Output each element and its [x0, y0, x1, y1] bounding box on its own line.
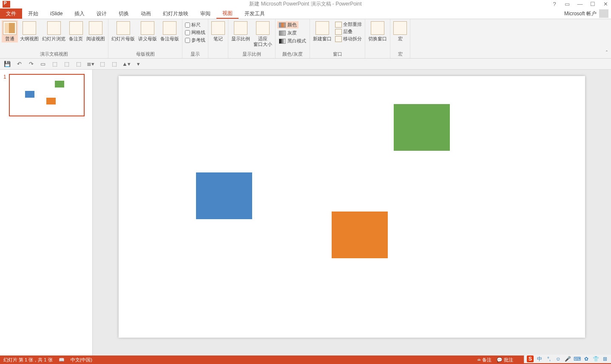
- color-swatch-icon: [279, 23, 286, 28]
- view-sorter-button[interactable]: 幻灯片浏览: [41, 20, 67, 42]
- tab-transition[interactable]: 切换: [113, 8, 135, 19]
- sorter-view-icon: [47, 21, 61, 35]
- slide-master-button[interactable]: 幻灯片母版: [110, 20, 136, 42]
- view-outline-button[interactable]: 大纲视图: [19, 20, 40, 42]
- tab-insert[interactable]: 插入: [68, 8, 91, 19]
- account-area[interactable]: Microsoft 帐户: [564, 9, 608, 18]
- move-split-button[interactable]: 移动拆分: [334, 36, 363, 42]
- view-reading-button[interactable]: 阅读视图: [85, 20, 106, 42]
- save-icon[interactable]: 💾: [3, 60, 11, 68]
- ime-keyboard-icon[interactable]: ⌨: [574, 356, 580, 362]
- switch-window-button[interactable]: 切换窗口: [367, 20, 388, 42]
- qat-icon-7[interactable]: ⬚: [75, 60, 82, 68]
- notes-icon: [211, 21, 225, 35]
- group-label: [367, 51, 388, 57]
- slide-counter[interactable]: 幻灯片 第 1 张，共 1 张: [3, 357, 53, 363]
- guides-checkbox[interactable]: 参考线: [184, 37, 206, 44]
- macros-icon: [393, 21, 407, 35]
- zoom-button[interactable]: 显示比例: [230, 20, 251, 42]
- qat-icon-6[interactable]: ⬚: [63, 60, 71, 68]
- group-label: 窗口: [312, 50, 363, 57]
- undo-icon[interactable]: ↶: [15, 60, 23, 68]
- group-zoom: 显示比例 适应窗口大小 显示比例: [228, 19, 276, 58]
- ime-punct-icon[interactable]: °,: [546, 356, 552, 362]
- notes-master-button[interactable]: 备注母版: [159, 20, 180, 42]
- ime-toolbox-icon[interactable]: ⊞: [602, 356, 608, 362]
- help-icon[interactable]: ?: [551, 1, 558, 7]
- slide-thumbnail[interactable]: [9, 74, 85, 116]
- ruler-checkbox[interactable]: 标尺: [184, 21, 202, 28]
- account-label: Microsoft 帐户: [564, 10, 597, 17]
- qat-icon-5[interactable]: ⬚: [51, 60, 59, 68]
- grayscale-label: 灰度: [287, 30, 297, 36]
- qat-customize-icon[interactable]: ▾: [134, 60, 142, 68]
- qat-icon-11[interactable]: ▲▾: [122, 60, 130, 68]
- fit-label-2: 窗口大小: [253, 42, 272, 47]
- ime-settings-icon[interactable]: ✿: [583, 356, 590, 362]
- gridlines-check-input[interactable]: [185, 30, 190, 35]
- thumb-shape-blue: [25, 91, 34, 98]
- spell-check-icon[interactable]: 📖: [59, 357, 65, 363]
- tab-design[interactable]: 设计: [91, 8, 113, 19]
- slide-thumbnail-panel[interactable]: 1: [0, 70, 93, 356]
- view-normal-button[interactable]: 普通: [2, 20, 18, 42]
- outline-view-icon: [23, 21, 36, 35]
- grayscale-mode-button[interactable]: 灰度: [277, 29, 298, 37]
- tab-home[interactable]: 开始: [22, 8, 44, 19]
- thumbnail-item[interactable]: 1: [3, 74, 89, 116]
- tab-file[interactable]: 文件: [0, 8, 22, 19]
- tab-review[interactable]: 审阅: [194, 8, 216, 19]
- shape-green-rectangle[interactable]: [394, 104, 450, 151]
- view-notespage-button[interactable]: 备注页: [68, 20, 84, 42]
- fit-window-button[interactable]: 适应窗口大小: [252, 20, 273, 48]
- group-label: 母版视图: [110, 50, 180, 57]
- ime-chinese-icon[interactable]: 中: [536, 356, 543, 362]
- cascade-button[interactable]: 层叠: [334, 28, 363, 35]
- view-reading-label: 阅读视图: [86, 36, 105, 42]
- view-outline-label: 大纲视图: [20, 36, 39, 42]
- gridlines-label: 网格线: [191, 29, 205, 36]
- group-master-views: 幻灯片母版 讲义母版 备注母版 母版视图: [108, 19, 182, 58]
- notes-toggle[interactable]: ≐ 备注: [477, 357, 492, 363]
- new-window-button[interactable]: 新建窗口: [312, 20, 333, 42]
- ime-skin-icon[interactable]: 👕: [592, 356, 599, 362]
- gray-swatch-icon: [279, 31, 286, 36]
- color-mode-button[interactable]: 颜色: [277, 21, 298, 28]
- ime-sogou-icon[interactable]: S: [527, 356, 534, 362]
- macros-button[interactable]: 宏: [392, 20, 408, 42]
- tab-view[interactable]: 视图: [216, 8, 239, 19]
- tab-slideshow[interactable]: 幻灯片放映: [157, 8, 194, 19]
- qat-icon-4[interactable]: ▭: [39, 60, 47, 68]
- minimize-icon[interactable]: —: [576, 1, 584, 7]
- tab-animation[interactable]: 动画: [135, 8, 157, 19]
- redo-icon[interactable]: ↷: [27, 60, 35, 68]
- gridlines-checkbox[interactable]: 网格线: [184, 29, 206, 36]
- tab-developer[interactable]: 开发工具: [239, 8, 271, 19]
- qat-icon-10[interactable]: ⬚: [111, 60, 118, 68]
- handout-master-button[interactable]: 讲义母版: [137, 20, 158, 42]
- language-indicator[interactable]: 中文(中国): [71, 357, 92, 363]
- guides-check-input[interactable]: [185, 38, 190, 43]
- ribbon-display-icon[interactable]: ▭: [563, 1, 571, 7]
- ime-mic-icon[interactable]: 🎤: [564, 356, 571, 362]
- ime-tray: S 中 °, ☺ 🎤 ⌨ ✿ 👕 ⊞: [524, 355, 611, 363]
- collapse-ribbon-icon[interactable]: ˆ: [606, 50, 608, 56]
- title-bar: 新建 Microsoft PowerPoint 演示文稿 - PowerPoin…: [0, 0, 611, 8]
- slide-canvas-area[interactable]: [93, 70, 611, 356]
- bw-mode-button[interactable]: 黑白模式: [277, 37, 308, 45]
- fit-label-1: 适应: [258, 36, 267, 42]
- slide[interactable]: [119, 76, 585, 338]
- comments-toggle[interactable]: 💬 批注: [497, 357, 513, 363]
- qat-icon-8[interactable]: ≣▾: [87, 60, 94, 68]
- ime-smiley-icon[interactable]: ☺: [555, 356, 562, 362]
- ruler-check-input[interactable]: [185, 23, 190, 28]
- tab-islide[interactable]: iSlide: [44, 8, 68, 19]
- arrange-all-button[interactable]: 全部重排: [334, 21, 363, 28]
- close-icon[interactable]: ✕: [602, 1, 609, 7]
- normal-view-icon: [3, 21, 17, 35]
- qat-icon-9[interactable]: ⬚: [99, 60, 106, 68]
- notes-button[interactable]: 笔记: [210, 20, 226, 42]
- maximize-icon[interactable]: ☐: [589, 1, 597, 7]
- shape-orange-rectangle[interactable]: [332, 212, 388, 258]
- shape-blue-rectangle[interactable]: [196, 172, 252, 219]
